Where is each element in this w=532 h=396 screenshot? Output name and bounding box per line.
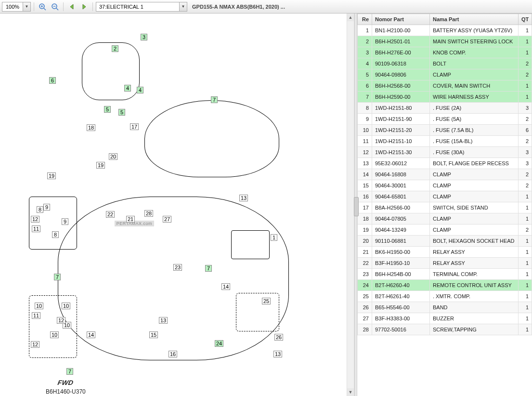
callout[interactable]: 28 [144, 210, 153, 217]
callout[interactable]: 8 [52, 231, 59, 238]
table-row[interactable]: 17B8A-H2566-00SWITCH, SIDE STAND1 [358, 202, 532, 213]
table-row[interactable]: 25B2T-H6261-40. XMTR. COMP.1 [358, 291, 532, 302]
section-dropdown-button[interactable]: ▼ [179, 2, 187, 11]
callout-highlighted[interactable]: 6 [49, 77, 56, 84]
next-button[interactable] [79, 1, 90, 12]
callout-highlighted[interactable]: 2 [112, 45, 118, 52]
table-row[interactable]: 1490464-16808CLAMP2 [358, 169, 532, 180]
callout-highlighted[interactable]: 24 [215, 340, 223, 347]
scroll-up-button[interactable]: ▲ [347, 13, 354, 21]
callout-highlighted[interactable]: 5 [104, 106, 111, 113]
table-row[interactable]: 1395E32-06012BOLT, FLANGE DEEP RECESS3 [358, 158, 532, 169]
callout[interactable]: 14 [221, 283, 230, 290]
table-row[interactable]: 26B65-H5546-00BAND1 [358, 302, 532, 313]
table-header-row: Re Nomor Part Nama Part QT [358, 14, 532, 25]
callout-highlighted[interactable]: 7 [66, 368, 73, 375]
callout-highlighted[interactable]: 4 [137, 87, 143, 93]
callout[interactable]: 26 [274, 334, 283, 341]
scroll-down-button[interactable]: ▼ [347, 388, 354, 396]
callout[interactable]: 11 [32, 312, 40, 319]
callout-highlighted[interactable]: 7 [211, 96, 218, 103]
col-header-qty[interactable]: QT [519, 14, 532, 25]
table-row[interactable]: 1690464-65801CLAMP1 [358, 191, 532, 202]
table-row[interactable]: 1BN1-H2100-00BATTERY ASSY (YUASA YTZ6V)1 [358, 25, 532, 36]
callout[interactable]: 10 [35, 303, 43, 309]
callout[interactable]: 17 [130, 123, 139, 130]
cell-part-name: SWITCH, SIDE STAND [430, 202, 519, 213]
diagram-scrollbar[interactable]: ▲ ▼ [347, 13, 354, 396]
zoom-out-button[interactable] [50, 1, 60, 12]
cell-part-name: BATTERY ASSY (YUASA YTZ6V) [430, 25, 519, 36]
callout[interactable]: 23 [173, 264, 182, 271]
callout[interactable]: 19 [47, 172, 56, 179]
table-row[interactable]: 22B3F-H1950-10RELAY ASSY1 [358, 258, 532, 269]
table-row[interactable]: 24B2T-H6260-40REMOTE CONTROL UNIT ASSY1 [358, 280, 532, 291]
table-row[interactable]: 121WD-H2151-30. FUSE (30A)3 [358, 147, 532, 158]
callout[interactable]: 21 [126, 216, 135, 223]
callout-highlighted[interactable]: 7 [205, 265, 212, 272]
diagram-pane[interactable]: FWD B6H1460-U370 PERTAMAX.com 2344556777… [0, 13, 347, 396]
table-row[interactable]: 111WD-H2151-10. FUSE (15A-BL)2 [358, 136, 532, 147]
callout[interactable]: 12 [31, 341, 39, 348]
callout[interactable]: 15 [149, 331, 158, 338]
zoom-in-button[interactable] [37, 1, 48, 12]
callout[interactable]: 12 [57, 317, 65, 324]
table-row[interactable]: 27B3F-H3383-00BUZZER1 [358, 313, 532, 324]
zoom-input[interactable] [2, 4, 23, 10]
cell-part-number: 90464-30001 [372, 180, 430, 191]
table-row[interactable]: 2897702-50016SCREW,TAPPING1 [358, 324, 532, 335]
callout-highlighted[interactable]: 7 [54, 274, 61, 280]
scroll-track[interactable] [347, 21, 354, 388]
cell-qty: 1 [519, 324, 532, 335]
col-header-name[interactable]: Nama Part [430, 14, 519, 25]
col-header-number[interactable]: Nomor Part [372, 14, 430, 25]
table-row[interactable]: 3B6H-H276E-00KNOB COMP.1 [358, 47, 532, 58]
table-row[interactable]: 1890464-07805CLAMP1 [358, 213, 532, 224]
splitter-handle[interactable] [354, 197, 359, 216]
callout-highlighted[interactable]: 3 [141, 34, 147, 40]
callout[interactable]: 13 [273, 351, 282, 357]
table-row[interactable]: 6B6H-H2568-00COVER, MAIN SWITCH1 [358, 80, 532, 92]
callout[interactable]: 12 [31, 216, 39, 223]
callout-highlighted[interactable]: 4 [124, 85, 131, 92]
callout[interactable]: 11 [32, 225, 40, 232]
callout[interactable]: 25 [262, 298, 271, 304]
callout[interactable]: 22 [106, 211, 115, 218]
prev-button[interactable] [66, 1, 77, 12]
callout[interactable]: 16 [169, 351, 177, 357]
table-row[interactable]: 2B6H-H2501-01MAIN SWITCH STEERING LOCK1 [358, 36, 532, 47]
table-row[interactable]: 590464-09806CLAMP2 [358, 69, 532, 80]
table-row[interactable]: 101WD-H2151-20. FUSE (7.5A BL)6 [358, 125, 532, 136]
cell-ref: 1 [358, 25, 372, 36]
table-row[interactable]: 1990464-13249CLAMP2 [358, 224, 532, 236]
table-row[interactable]: 7B6H-H2590-00WIRE HARNESS ASSY1 [358, 92, 532, 103]
callout[interactable]: 13 [159, 317, 168, 324]
col-header-ref[interactable]: Re [358, 14, 372, 25]
zoom-dropdown-button[interactable]: ▼ [23, 2, 30, 11]
section-select[interactable]: 37:ELECTRICAL 1 ▼ [96, 2, 187, 12]
callout[interactable]: 10 [50, 331, 59, 338]
table-row[interactable]: 21BK6-H1950-00RELAY ASSY1 [358, 247, 532, 258]
callout[interactable]: 13 [239, 195, 248, 201]
callout[interactable]: 9 [43, 204, 50, 211]
callout[interactable]: 27 [163, 216, 171, 223]
cell-part-number: 90464-07805 [372, 213, 430, 224]
svg-line-1 [44, 8, 46, 10]
pane-splitter[interactable] [354, 13, 357, 396]
zoom-combo[interactable]: ▼ [2, 2, 31, 12]
callout[interactable]: 14 [87, 331, 95, 338]
table-row[interactable]: 91WD-H2151-90. FUSE (5A)2 [358, 114, 532, 125]
callout[interactable]: 19 [96, 162, 105, 169]
table-row[interactable]: 490109-06318BOLT2 [358, 58, 532, 69]
table-row[interactable]: 81WD-H2151-80. FUSE (2A)3 [358, 103, 532, 114]
callout[interactable]: 20 [109, 153, 117, 160]
callout[interactable]: 8 [37, 206, 43, 213]
callout[interactable]: 10 [62, 303, 70, 309]
table-row[interactable]: 23B6H-H254B-00TERMINAL COMP.1 [358, 269, 532, 280]
callout[interactable]: 1 [271, 234, 277, 241]
callout-highlighted[interactable]: 5 [118, 109, 125, 116]
callout[interactable]: 9 [62, 218, 68, 225]
table-row[interactable]: 1590464-30001CLAMP2 [358, 180, 532, 191]
callout[interactable]: 18 [87, 124, 95, 131]
table-row[interactable]: 2090110-06881BOLT, HEXAGON SOCKET HEAD1 [358, 236, 532, 247]
